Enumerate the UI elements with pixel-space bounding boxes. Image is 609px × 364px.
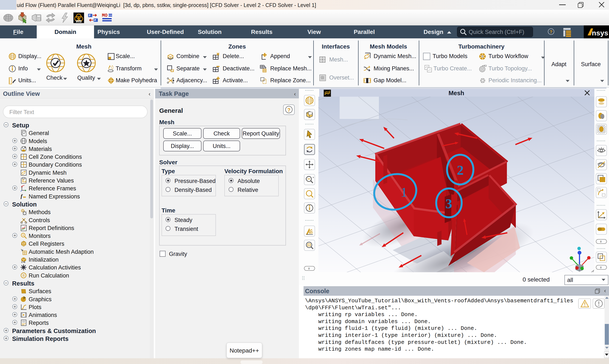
svg-text:3: 3 bbox=[445, 196, 452, 211]
svg-text:f: f bbox=[21, 193, 23, 199]
svg-text:P: P bbox=[94, 19, 96, 22]
svg-text:t=0: t=0 bbox=[21, 261, 25, 263]
svg-text:1: 1 bbox=[401, 185, 407, 200]
svg-text:P: P bbox=[89, 14, 90, 17]
svg-text:nsys: nsys bbox=[592, 29, 608, 37]
svg-text:2: 2 bbox=[457, 163, 464, 178]
svg-text:MO: MO bbox=[102, 13, 107, 18]
svg-text:WB: WB bbox=[76, 19, 82, 23]
